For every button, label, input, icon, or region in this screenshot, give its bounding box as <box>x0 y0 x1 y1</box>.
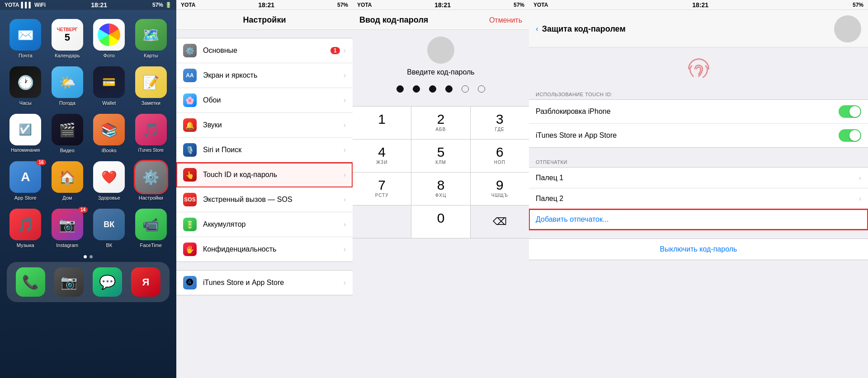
app-icon-appstore[interactable]: A <box>9 161 41 193</box>
app-wallet[interactable]: 💳 Wallet <box>90 66 128 106</box>
app-appstore[interactable]: A 16 App Store <box>7 161 44 201</box>
touchid-finger1[interactable]: Палец 1 › <box>529 168 868 188</box>
dock-yandex-icon[interactable]: Я <box>131 267 160 297</box>
dock-camera-icon[interactable]: 📷 <box>54 267 84 297</box>
app-icon-settings[interactable]: ⚙️ <box>135 161 167 193</box>
settings-item-display[interactable]: АА Экран и яркость › <box>176 63 353 88</box>
dock-phone-icon[interactable]: 📞 <box>16 267 45 297</box>
dock-whatsapp-icon[interactable]: 💬 <box>93 267 122 297</box>
numpad-key-9[interactable]: 9 ЧШЩЪ <box>471 173 529 205</box>
app-label-appstore: App Store <box>14 195 37 201</box>
app-home[interactable]: 🏠 Дом <box>49 161 86 201</box>
settings-item-privacy[interactable]: 🖐️ Конфиденциальность › <box>176 237 353 261</box>
settings-item-wallpaper[interactable]: 🌸 Обои › <box>176 88 353 113</box>
app-settings[interactable]: ⚙️ Настройки <box>132 161 170 201</box>
dock-whatsapp[interactable]: 💬 <box>93 267 122 297</box>
settings-label-general: Основные <box>203 47 330 55</box>
app-icon-video[interactable]: 🎬 <box>52 114 83 145</box>
dock-yandex[interactable]: Я <box>131 267 160 297</box>
app-reminders[interactable]: ☑️ Напоминания <box>7 114 44 153</box>
app-icon-instagram[interactable]: 📷 <box>52 209 83 240</box>
app-ibooks[interactable]: 📚 iBooks <box>90 114 128 153</box>
app-calendar[interactable]: ЧЕТВЕРГ 5 Календарь <box>49 19 86 58</box>
calendar-date-num: 5 <box>65 33 70 42</box>
toggle-unlock[interactable] <box>839 105 861 118</box>
app-icon-music[interactable]: 🎵 <box>9 209 41 240</box>
numpad-num-3: 3 <box>496 112 504 126</box>
touchid-add-fingerprint[interactable]: Добавить отпечаток... <box>529 209 868 230</box>
app-icon-wallet[interactable]: 💳 <box>93 66 125 98</box>
photos-pinwheel <box>98 23 120 46</box>
app-icon-vk[interactable]: ВК <box>93 209 125 240</box>
settings-item-general[interactable]: ⚙️ Основные 1 › <box>176 38 353 63</box>
touchid-back-button[interactable]: ‹ <box>536 24 538 33</box>
numpad-key-delete[interactable]: ⌫ <box>471 205 529 238</box>
app-mail[interactable]: ✉️ Почта <box>7 19 44 58</box>
app-icon-clock[interactable]: 🕐 <box>9 66 41 98</box>
numpad-key-4[interactable]: 4 ЖЗИ <box>353 140 411 172</box>
app-health[interactable]: ❤️ Здоровье <box>90 161 128 201</box>
numpad-key-5[interactable]: 5 КЛМ <box>411 140 470 172</box>
app-icon-mail[interactable]: ✉️ <box>9 19 41 51</box>
app-icon-maps[interactable]: 🗺️ <box>135 19 167 51</box>
numpad-num-7: 7 <box>378 178 386 192</box>
settings-main-section: ⚙️ Основные 1 › АА Экран и яркость › 🌸 О… <box>176 38 353 262</box>
numpad-key-3[interactable]: 3 ГДЕ <box>471 107 529 139</box>
carrier-touchid: YOTA <box>533 2 548 8</box>
settings-item-sounds[interactable]: 🔔 Звуки › <box>176 113 353 138</box>
app-weather[interactable]: 🌤️ Погода <box>49 66 86 106</box>
passcode-dot-4 <box>445 85 453 93</box>
numpad-key-1[interactable]: 1 <box>353 107 411 139</box>
numpad-num-9: 9 <box>496 178 504 192</box>
app-instagram[interactable]: 📷 14 Instagram <box>49 209 86 248</box>
numpad-key-6[interactable]: 6 НОП <box>471 140 529 172</box>
chevron-siri: › <box>344 146 346 154</box>
wifi-home: WiFi <box>34 2 46 8</box>
app-icon-home[interactable]: 🏠 <box>52 161 83 193</box>
app-itunes[interactable]: 🎵 iTunes Store <box>132 114 170 153</box>
settings-item-itunes-appstore[interactable]: 🅐 iTunes Store и App Store › <box>176 271 353 295</box>
numpad-key-2[interactable]: 2 АБВ <box>411 107 470 139</box>
app-facetime[interactable]: 📹 FaceTime <box>132 209 170 248</box>
app-icon-weather[interactable]: 🌤️ <box>52 66 83 98</box>
numpad-letters-9: ЧШЩЪ <box>491 193 508 199</box>
app-icon-facetime[interactable]: 📹 <box>135 209 167 240</box>
app-icon-photos[interactable] <box>93 19 125 51</box>
settings-item-siri[interactable]: 🎙️ Siri и Поиск › <box>176 138 353 163</box>
passcode-cancel-button[interactable]: Отменить <box>489 16 522 24</box>
disable-passcode-button[interactable]: Выключить код-пароль <box>529 238 868 260</box>
numpad-key-0[interactable]: 0 <box>411 205 470 238</box>
page-dot-2 <box>90 255 93 258</box>
settings-icon-touchid: 👆 <box>183 168 197 182</box>
settings-label-siri: Siri и Поиск <box>203 146 344 154</box>
numpad-key-7[interactable]: 7 РСТУ <box>353 173 411 205</box>
app-icon-reminders[interactable]: ☑️ <box>9 114 41 145</box>
app-icon-notes[interactable]: 📝 <box>135 66 167 98</box>
app-icon-itunes[interactable]: 🎵 <box>135 114 167 145</box>
panel-settings: YOTA 18:21 57% Настройки ⚙️ Основные 1 ›… <box>176 0 353 378</box>
panel-home: YOTA ▌▌▌ WiFi 18:21 57% 🔋 ✉️ Почта ЧЕТВЕ… <box>0 0 176 378</box>
dock-camera[interactable]: 📷 <box>54 267 84 297</box>
chevron-display: › <box>344 71 346 79</box>
toggle-itunes[interactable] <box>839 129 861 142</box>
numpad-key-8[interactable]: 8 ФХЦ <box>411 173 470 205</box>
app-icon-ibooks[interactable]: 📚 <box>93 114 125 145</box>
app-maps[interactable]: 🗺️ Карты <box>132 19 170 58</box>
app-vk[interactable]: ВК ВК <box>90 209 128 248</box>
settings-item-battery[interactable]: 🔋 Аккумулятор › <box>176 212 353 237</box>
app-notes[interactable]: 📝 Заметки <box>132 66 170 106</box>
app-icon-health[interactable]: ❤️ <box>93 161 125 193</box>
dock-phone[interactable]: 📞 <box>16 267 45 297</box>
touchid-finger2[interactable]: Палец 2 › <box>529 188 868 209</box>
app-video[interactable]: 🎬 Видео <box>49 114 86 153</box>
touchid-item-itunes: iTunes Store и App Store <box>529 124 868 147</box>
app-clock[interactable]: 🕐 Часы <box>7 66 44 106</box>
settings-item-touchid[interactable]: 👆 Touch ID и код-пароль › <box>176 163 353 187</box>
passcode-header: Ввод код-пароля Отменить <box>353 10 529 30</box>
settings-label-touchid: Touch ID и код-пароль <box>203 171 344 179</box>
app-photos[interactable]: Фото <box>90 19 128 58</box>
settings-item-sos[interactable]: SOS Экстренный вызов — SOS › <box>176 187 353 212</box>
app-icon-calendar[interactable]: ЧЕТВЕРГ 5 <box>52 19 83 51</box>
app-music[interactable]: 🎵 Музыка <box>7 209 44 248</box>
battery-passcode: 57% <box>514 2 524 8</box>
